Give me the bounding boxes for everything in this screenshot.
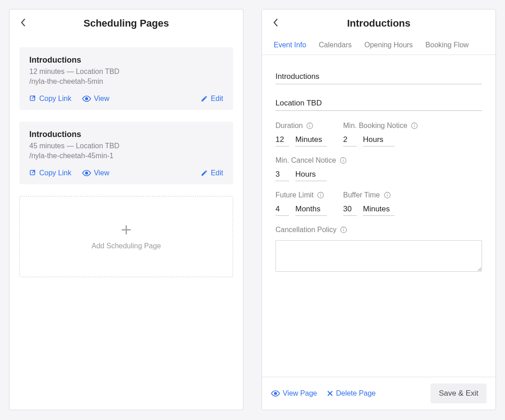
- copy-link-icon: [29, 95, 37, 102]
- save-exit-button[interactable]: Save & Exit: [431, 383, 487, 403]
- copy-link-button[interactable]: Copy Link: [29, 169, 71, 177]
- delete-page-button[interactable]: Delete Page: [327, 389, 376, 397]
- copy-link-label: Copy Link: [39, 95, 71, 103]
- panel-header: Introductions: [262, 9, 496, 36]
- card-subtitle: 45 minutes — Location TBD: [29, 142, 223, 150]
- min-booking-label: Min. Booking Notice: [343, 122, 407, 130]
- add-label: Add Scheduling Page: [92, 242, 161, 250]
- svg-point-2: [86, 98, 88, 100]
- svg-line-1: [32, 96, 35, 99]
- card-title: Introductions: [29, 130, 223, 139]
- scheduling-page-card: Introductions 12 minutes — Location TBD …: [19, 47, 233, 110]
- tab-event-info[interactable]: Event Info: [267, 36, 312, 55]
- svg-point-22: [387, 193, 388, 194]
- buffer-value-input[interactable]: [343, 203, 357, 216]
- cancellation-policy-textarea[interactable]: [275, 240, 482, 272]
- panel-header: Scheduling Pages: [9, 9, 243, 36]
- svg-point-26: [275, 393, 277, 395]
- edit-label: Edit: [211, 169, 223, 177]
- card-title: Introductions: [29, 55, 223, 65]
- edit-label: Edit: [211, 95, 223, 103]
- view-page-label: View Page: [283, 389, 317, 397]
- scheduling-page-card: Introductions 45 minutes — Location TBD …: [19, 122, 233, 184]
- info-icon[interactable]: [317, 192, 324, 199]
- info-icon[interactable]: [340, 157, 347, 164]
- back-icon[interactable]: [20, 18, 27, 27]
- delete-page-label: Delete Page: [336, 389, 376, 397]
- view-button[interactable]: View: [82, 169, 109, 177]
- svg-line-4: [32, 170, 35, 173]
- min-cancel-label: Min. Cancel Notice: [275, 156, 336, 164]
- svg-point-25: [343, 228, 344, 229]
- eye-icon: [82, 96, 91, 102]
- view-button[interactable]: View: [82, 95, 109, 103]
- svg-point-13: [414, 124, 415, 125]
- copy-link-button[interactable]: Copy Link: [29, 95, 71, 103]
- info-icon[interactable]: [340, 226, 347, 233]
- eye-icon: [271, 390, 280, 397]
- future-limit-unit-select[interactable]: Months: [295, 203, 327, 216]
- editor-footer: View Page Delete Page Save & Exit: [262, 377, 496, 410]
- svg-point-10: [310, 124, 311, 125]
- view-label: View: [94, 169, 109, 177]
- svg-point-19: [321, 193, 321, 194]
- tab-calendars[interactable]: Calendars: [312, 36, 358, 55]
- info-icon[interactable]: [384, 192, 391, 199]
- min-booking-value-input[interactable]: [343, 133, 357, 146]
- event-name-input[interactable]: [275, 68, 482, 84]
- card-subtitle: 12 minutes — Location TBD: [29, 68, 223, 76]
- duration-unit-select[interactable]: Minutes: [295, 133, 327, 146]
- view-page-button[interactable]: View Page: [271, 389, 317, 397]
- scheduling-pages-panel: Scheduling Pages Introductions 12 minute…: [9, 9, 243, 410]
- close-icon: [327, 390, 333, 397]
- page-title: Introductions: [347, 18, 411, 29]
- duration-label: Duration: [275, 122, 303, 130]
- svg-point-5: [86, 172, 88, 174]
- copy-link-label: Copy Link: [39, 169, 71, 177]
- pencil-icon: [201, 95, 208, 102]
- tab-booking-flow[interactable]: Booking Flow: [419, 36, 475, 55]
- future-limit-value-input[interactable]: [275, 203, 289, 216]
- event-info-form: Duration Minutes Min. Booking Notice: [262, 55, 496, 377]
- card-actions: Copy Link View Edit: [29, 95, 223, 103]
- tab-opening-hours[interactable]: Opening Hours: [358, 36, 419, 55]
- eye-icon: [82, 170, 91, 176]
- buffer-label: Buffer Time: [343, 191, 380, 199]
- duration-value-input[interactable]: [275, 133, 289, 146]
- future-limit-label: Future Limit: [275, 191, 313, 199]
- card-path: /nyla-the-cheetah-45min-1: [29, 152, 223, 160]
- tabs: Event Info Calendars Opening Hours Booki…: [262, 36, 496, 55]
- svg-point-16: [343, 159, 344, 160]
- page-title: Scheduling Pages: [83, 18, 169, 29]
- min-cancel-value-input[interactable]: [275, 168, 289, 181]
- card-actions: Copy Link View Edit: [29, 169, 223, 177]
- add-scheduling-page-button[interactable]: Add Scheduling Page: [19, 196, 233, 277]
- edit-button[interactable]: Edit: [201, 95, 223, 103]
- cancellation-policy-label: Cancellation Policy: [275, 226, 336, 234]
- edit-button[interactable]: Edit: [201, 169, 223, 177]
- event-location-input[interactable]: [275, 95, 482, 111]
- min-cancel-unit-select[interactable]: Hours: [295, 168, 327, 181]
- min-booking-unit-select[interactable]: Hours: [363, 133, 395, 146]
- back-icon[interactable]: [273, 18, 279, 27]
- event-editor-panel: Introductions Event Info Calendars Openi…: [262, 9, 496, 410]
- panel-body: Introductions 12 minutes — Location TBD …: [9, 36, 243, 410]
- info-icon[interactable]: [306, 122, 313, 129]
- view-label: View: [94, 95, 109, 103]
- pencil-icon: [201, 169, 208, 177]
- buffer-unit-select[interactable]: Minutes: [363, 203, 395, 216]
- card-path: /nyla-the-cheetah-5min: [29, 78, 223, 86]
- plus-icon: [119, 223, 133, 237]
- copy-link-icon: [29, 169, 37, 177]
- info-icon[interactable]: [411, 122, 418, 129]
